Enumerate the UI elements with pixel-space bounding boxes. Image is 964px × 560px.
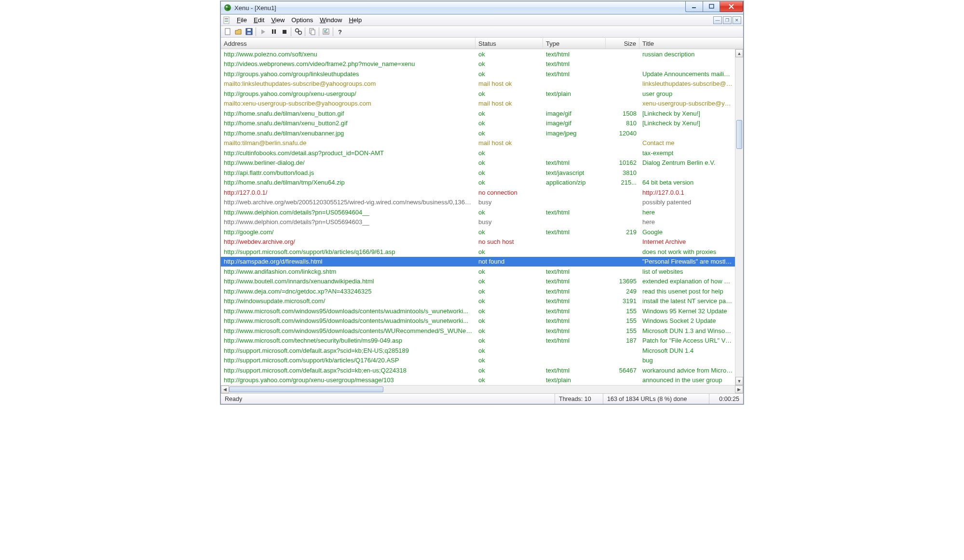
- table-row[interactable]: http://home.snafu.de/tilman/tmp/Xenu64.z…: [221, 178, 743, 188]
- scroll-left-icon[interactable]: ◀: [221, 386, 229, 393]
- col-address[interactable]: Address: [221, 38, 475, 49]
- table-row[interactable]: http://www.boutell.com/innards/xenuandwi…: [221, 277, 743, 287]
- cell-address: http://support.microsoft.com/support/kb/…: [221, 248, 475, 255]
- table-row[interactable]: http://home.snafu.de/tilman/xenubanner.j…: [221, 128, 743, 138]
- table-row[interactable]: http://home.snafu.de/tilman/xenu_button2…: [221, 119, 743, 129]
- close-button[interactable]: [720, 1, 743, 12]
- cell-type: text/html: [543, 60, 606, 67]
- mdi-close-button[interactable]: ✕: [733, 16, 741, 24]
- col-size[interactable]: Size: [606, 38, 639, 49]
- vertical-scrollbar[interactable]: ▲ ▼: [735, 49, 743, 385]
- new-icon[interactable]: [223, 27, 232, 37]
- help-icon[interactable]: ?: [335, 27, 345, 37]
- cell-title: russian description: [639, 51, 736, 58]
- copy-icon[interactable]: [307, 27, 317, 37]
- cell-status: mail host ok: [475, 80, 543, 87]
- svg-point-1: [226, 6, 228, 8]
- cell-title: tax-exempt: [639, 149, 736, 157]
- col-status[interactable]: Status: [475, 38, 543, 49]
- cell-address: mailto:tilman@berlin.snafu.de: [221, 139, 475, 147]
- svg-rect-4: [709, 4, 714, 8]
- table-row[interactable]: http://support.microsoft.com/default.asp…: [221, 346, 743, 356]
- table-row[interactable]: http://www.deja.com/=dnc/getdoc.xp?AN=43…: [221, 286, 743, 296]
- cell-address: http://groups.yahoo.com/group/xenu-userg…: [221, 90, 475, 97]
- cell-title: [Linkcheck by Xenu!]: [639, 120, 736, 127]
- menu-view[interactable]: View: [268, 15, 288, 25]
- table-row[interactable]: http://home.snafu.de/tilman/xenu_button.…: [221, 108, 743, 119]
- cell-title: list of websites: [639, 268, 736, 275]
- open-icon[interactable]: [233, 27, 243, 37]
- svg-rect-21: [324, 32, 328, 32]
- table-row[interactable]: http://groups.yahoo.com/group/xenu-userg…: [221, 89, 743, 99]
- maximize-button[interactable]: [703, 1, 720, 12]
- status-time: 0:00:25: [709, 394, 743, 404]
- table-row[interactable]: http://webdev.archive.org/no such hostIn…: [221, 237, 743, 247]
- table-row[interactable]: http://support.microsoft.com/default.asp…: [221, 365, 743, 375]
- table-row[interactable]: http://127.0.0.1/no connectionhttp://127…: [221, 187, 743, 198]
- table-row[interactable]: http://support.microsoft.com/support/kb/…: [221, 356, 743, 366]
- table-row[interactable]: http://videos.webpronews.com/video/frame…: [221, 59, 743, 69]
- table-row[interactable]: http://www.andifashion.com/linkckg.shtmo…: [221, 267, 743, 277]
- table-row[interactable]: http://samspade.org/d/firewalls.htmlnot …: [221, 257, 743, 267]
- menu-edit[interactable]: Edit: [250, 15, 268, 25]
- table-row[interactable]: http://cultinfobooks.com/detail.asp?prod…: [221, 148, 743, 158]
- table-row[interactable]: mailto:linksleuthupdates-subscribe@yahoo…: [221, 79, 743, 89]
- menu-help[interactable]: Help: [345, 15, 365, 25]
- scroll-up-icon[interactable]: ▲: [735, 49, 743, 57]
- table-row[interactable]: http://www.delphion.com/details?pn=US056…: [221, 207, 743, 217]
- cell-title: Microsoft DUN 1.3 and Winsock2 Y: [639, 327, 736, 334]
- toolbar: ?: [221, 26, 743, 38]
- table-row[interactable]: http://support.microsoft.com/support/kb/…: [221, 247, 743, 257]
- mdi-minimize-button[interactable]: —: [713, 16, 722, 24]
- cell-type: text/html: [543, 327, 606, 334]
- stop-icon[interactable]: [279, 27, 289, 37]
- svg-rect-9: [225, 28, 230, 35]
- table-row[interactable]: http://api.flattr.com/button/load.jsokte…: [221, 168, 743, 178]
- cell-status: ok: [475, 327, 543, 334]
- scroll-track[interactable]: [735, 57, 743, 377]
- cell-title: here: [639, 218, 736, 226]
- table-row[interactable]: http://www.microsoft.com/windows95/downl…: [221, 306, 743, 316]
- mdi-restore-button[interactable]: ❐: [723, 16, 732, 24]
- table-row[interactable]: http://www.microsoft.com/windows95/downl…: [221, 316, 743, 326]
- save-icon[interactable]: [244, 27, 254, 37]
- table-row[interactable]: mailto:xenu-usergroup-subscribe@yahoogro…: [221, 99, 743, 109]
- scroll-track[interactable]: [229, 386, 735, 393]
- menu-options[interactable]: Options: [288, 15, 316, 25]
- cell-title: Windows Socket 2 Update: [639, 317, 736, 324]
- cell-address: http://api.flattr.com/button/load.js: [221, 169, 475, 176]
- find-icon[interactable]: [293, 27, 303, 37]
- table-row[interactable]: http://web.archive.org/web/2005120305512…: [221, 198, 743, 208]
- cell-address: http://webdev.archive.org/: [221, 238, 475, 245]
- table-row[interactable]: http://google.com/oktext/html219Google: [221, 227, 743, 237]
- scroll-thumb[interactable]: [736, 120, 742, 149]
- play-icon[interactable]: [258, 27, 268, 37]
- menu-window[interactable]: Window: [316, 15, 345, 25]
- properties-icon[interactable]: [321, 27, 331, 37]
- cell-status: ok: [475, 209, 543, 216]
- table-row[interactable]: http://groups.yahoo.com/group/linksleuth…: [221, 69, 743, 79]
- scroll-right-icon[interactable]: ▶: [735, 386, 743, 393]
- pause-icon[interactable]: [269, 27, 278, 37]
- table-row[interactable]: http://www.microsoft.com/windows95/downl…: [221, 326, 743, 336]
- table-row[interactable]: http://www.polezno.com/soft/xenuoktext/h…: [221, 49, 743, 59]
- cell-title: http://127.0.0.1: [639, 189, 736, 196]
- svg-rect-13: [272, 29, 273, 34]
- col-title[interactable]: Title: [639, 38, 736, 49]
- cell-size: 810: [606, 120, 639, 127]
- col-type[interactable]: Type: [543, 38, 606, 49]
- cell-status: not found: [475, 258, 543, 265]
- table-row[interactable]: http://www.berliner-dialog.de/oktext/htm…: [221, 158, 743, 168]
- table-row[interactable]: http://windowsupdate.microsoft.com/oktex…: [221, 296, 743, 307]
- table-row[interactable]: http://www.microsoft.com/technet/securit…: [221, 336, 743, 346]
- cell-size: 3191: [606, 297, 639, 305]
- svg-rect-2: [227, 8, 230, 10]
- table-row[interactable]: http://www.delphion.com/details?pn=US056…: [221, 217, 743, 227]
- minimize-button[interactable]: [685, 1, 703, 12]
- scroll-thumb[interactable]: [229, 387, 383, 392]
- table-row[interactable]: mailto:tilman@berlin.snafu.demail host o…: [221, 138, 743, 148]
- menu-file[interactable]: File: [233, 15, 250, 25]
- horizontal-scrollbar[interactable]: ◀ ▶: [221, 385, 743, 393]
- scroll-down-icon[interactable]: ▼: [735, 377, 743, 385]
- table-row[interactable]: http://groups.yahoo.com/group/xenu-userg…: [221, 375, 743, 386]
